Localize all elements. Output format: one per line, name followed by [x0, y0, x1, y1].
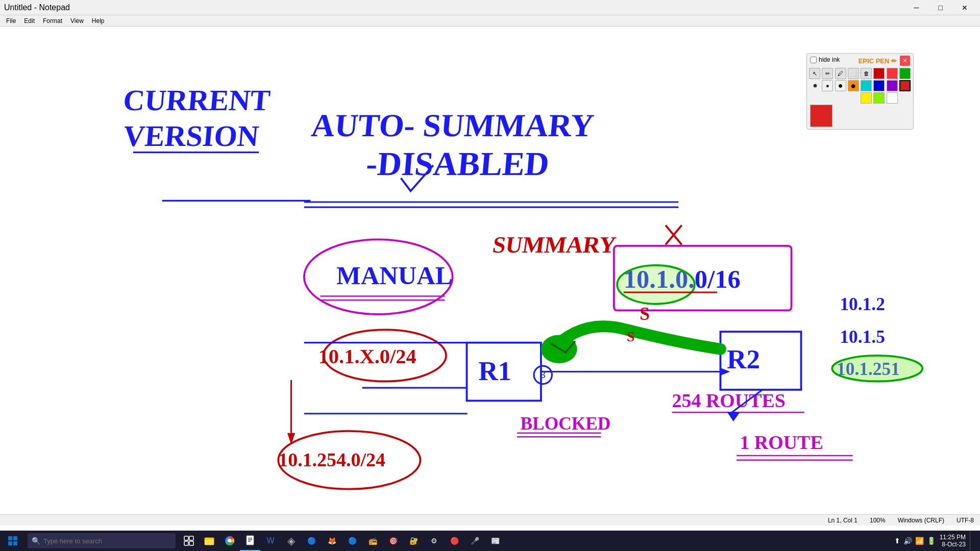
app-icon-11[interactable]: 📰	[485, 531, 505, 551]
color-cyan[interactable]	[861, 80, 872, 91]
app-icon-1[interactable]: ◈	[281, 531, 301, 551]
titlebar-title: Untitled - Notepad	[4, 3, 70, 12]
svg-text:10.1.254.0/24: 10.1.254.0/24	[278, 449, 385, 470]
svg-rect-60	[189, 541, 193, 545]
menu-edit[interactable]: Edit	[20, 16, 39, 26]
color-white[interactable]	[887, 92, 898, 104]
app-icon-10[interactable]: 🎤	[464, 531, 485, 551]
svg-text:10.1.2: 10.1.2	[840, 294, 885, 314]
search-bar[interactable]: 🔍	[28, 533, 176, 548]
color-blue[interactable]	[873, 80, 885, 91]
svg-point-17	[617, 265, 695, 304]
svg-text:AUTO- SUMMARY: AUTO- SUMMARY	[310, 108, 595, 143]
svg-text:VERSION: VERSION	[122, 119, 260, 153]
svg-rect-55	[8, 541, 12, 545]
epic-pen-close-button[interactable]: ✕	[900, 56, 910, 66]
cursor-tool[interactable]: ↖	[809, 68, 820, 79]
notepad-icon[interactable]	[240, 531, 260, 551]
color-red2[interactable]	[887, 68, 898, 79]
svg-marker-40	[727, 412, 740, 421]
tray-icon-4: 🔋	[927, 537, 936, 545]
menu-view[interactable]: View	[66, 16, 88, 26]
svg-text:B: B	[540, 370, 546, 380]
word-icon[interactable]: W	[260, 531, 281, 551]
close-button[interactable]: ✕	[953, 0, 976, 15]
epic-pen-header: hide ink EPIC PEN ✏ ✕	[809, 56, 911, 66]
maximize-button[interactable]: □	[929, 0, 952, 15]
svg-text:CURRENT: CURRENT	[122, 84, 272, 117]
menu-file[interactable]: File	[2, 16, 20, 26]
menu-help[interactable]: Help	[88, 16, 109, 26]
svg-text:R2: R2	[727, 344, 760, 374]
size-xl[interactable]: ●	[848, 80, 859, 91]
color-purple[interactable]	[887, 80, 898, 91]
svg-rect-53	[8, 536, 12, 540]
app-icon-7[interactable]: 🔐	[403, 531, 424, 551]
pen-tool[interactable]: ✏	[822, 68, 833, 79]
chrome-icon[interactable]	[219, 531, 240, 551]
app-icon-9[interactable]: 🔴	[444, 531, 464, 551]
eraser-tool[interactable]: ⬜	[848, 68, 859, 79]
statusbar: Ln 1, Col 1 100% Windows (CRLF) UTF-8	[0, 514, 980, 525]
status-zoom: 100%	[870, 517, 886, 524]
app-icon-3[interactable]: 🦊	[322, 531, 342, 551]
svg-text:SUMMARY: SUMMARY	[491, 232, 618, 258]
epic-pen-tools: ↖ ✏ 🖊 ⬜ 🗑 ● ● ●	[809, 68, 911, 127]
svg-text:1 ROUTE: 1 ROUTE	[740, 432, 823, 453]
app-icon-8[interactable]: ⚙	[424, 531, 444, 551]
clock-date: 8-Oct-23	[942, 541, 966, 548]
color-green1[interactable]	[899, 68, 911, 79]
app-icon-2[interactable]: 🔵	[301, 531, 322, 551]
svg-text:S: S	[640, 304, 650, 324]
show-desktop-button[interactable]	[970, 531, 974, 551]
size-small[interactable]	[813, 84, 817, 88]
hide-ink-checkbox[interactable]	[810, 57, 817, 63]
color-yellow[interactable]	[861, 92, 872, 104]
clock-area: 11:25 PM 8-Oct-23	[940, 534, 966, 548]
app-icon-6[interactable]: 🎯	[383, 531, 403, 551]
menubar: File Edit Format View Help	[0, 15, 980, 27]
system-tray: ⬆ 🔊 📶 🔋	[894, 537, 936, 545]
hide-ink-row: hide ink	[810, 56, 840, 63]
size-large[interactable]: ●	[835, 80, 846, 91]
highlighter-tool[interactable]: 🖊	[835, 68, 846, 79]
svg-rect-63	[205, 538, 209, 540]
svg-rect-56	[13, 541, 17, 545]
color-red1[interactable]	[873, 68, 885, 79]
taskbar: 🔍	[0, 531, 980, 551]
trash-tool[interactable]: 🗑	[861, 68, 872, 79]
size-medium[interactable]: ●	[822, 80, 833, 91]
svg-text:-DISABLED: -DISABLED	[365, 145, 551, 182]
status-line-ending: Windows (CRLF)	[898, 517, 944, 524]
app-icon-4[interactable]: 🔵	[342, 531, 362, 551]
svg-text:R1: R1	[478, 356, 511, 386]
task-view-button[interactable]	[179, 531, 199, 551]
color-selected-red[interactable]	[899, 80, 911, 91]
svg-rect-62	[205, 539, 214, 545]
titlebar-left: Untitled - Notepad	[4, 3, 70, 12]
app-icon-5[interactable]: 📻	[362, 531, 383, 551]
canvas-area[interactable]: hide ink EPIC PEN ✏ ✕ ↖ ✏ 🖊 ⬜ 🗑 ● ● ●	[0, 27, 980, 514]
svg-text:254 ROUTES: 254 ROUTES	[672, 390, 786, 411]
svg-rect-66	[247, 536, 254, 545]
start-button[interactable]	[0, 531, 26, 551]
svg-text:S: S	[627, 329, 634, 344]
svg-text:10.1.5: 10.1.5	[840, 327, 885, 347]
titlebar: Untitled - Notepad ─ □ ✕	[0, 0, 980, 15]
titlebar-controls: ─ □ ✕	[905, 0, 976, 15]
taskbar-left: 🔍	[0, 531, 505, 551]
file-explorer-icon[interactable]	[199, 531, 219, 551]
svg-rect-58	[189, 536, 193, 540]
svg-point-47	[832, 356, 922, 382]
menu-format[interactable]: Format	[39, 16, 66, 26]
svg-text:10.1.X.0/24: 10.1.X.0/24	[318, 345, 416, 368]
epic-pen-toolbar: hide ink EPIC PEN ✏ ✕ ↖ ✏ 🖊 ⬜ 🗑 ● ● ●	[806, 53, 914, 130]
epic-pen-title: EPIC PEN ✏	[859, 57, 897, 65]
minimize-button[interactable]: ─	[905, 0, 928, 15]
svg-text:MANUAL: MANUAL	[336, 261, 453, 290]
clock-time: 11:25 PM	[940, 534, 966, 541]
color-big-red[interactable]	[810, 105, 832, 127]
taskbar-right: ⬆ 🔊 📶 🔋 11:25 PM 8-Oct-23	[894, 531, 980, 551]
search-input[interactable]	[43, 537, 172, 545]
color-light-green[interactable]	[873, 92, 885, 104]
